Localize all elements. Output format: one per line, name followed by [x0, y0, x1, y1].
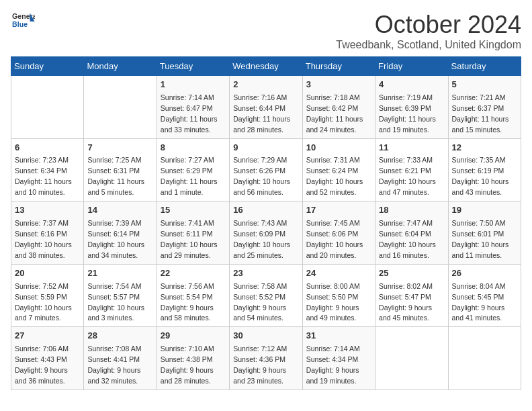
svg-text:Blue: Blue	[12, 20, 28, 28]
day-number: 5	[452, 79, 517, 91]
calendar-cell: 22Sunrise: 7:56 AM Sunset: 5:54 PM Dayli…	[157, 264, 229, 327]
day-info: Sunrise: 7:23 AM Sunset: 6:34 PM Dayligh…	[15, 156, 72, 196]
day-number: 1	[161, 79, 226, 91]
calendar-cell: 25Sunrise: 8:02 AM Sunset: 5:47 PM Dayli…	[375, 264, 448, 327]
title-block: October 2024 Tweedbank, Scotland, United…	[336, 11, 521, 51]
day-info: Sunrise: 7:39 AM Sunset: 6:14 PM Dayligh…	[87, 219, 144, 259]
day-info: Sunrise: 7:58 AM Sunset: 5:52 PM Dayligh…	[233, 282, 287, 322]
calendar-cell: 6Sunrise: 7:23 AM Sunset: 6:34 PM Daylig…	[11, 138, 84, 201]
day-number: 26	[452, 267, 517, 280]
calendar-cell: 16Sunrise: 7:43 AM Sunset: 6:09 PM Dayli…	[230, 201, 302, 265]
calendar-cell: 15Sunrise: 7:41 AM Sunset: 6:11 PM Dayli…	[157, 201, 229, 265]
day-number: 14	[87, 204, 152, 217]
day-number: 16	[233, 204, 298, 217]
calendar-table: SundayMondayTuesdayWednesdayThursdayFrid…	[11, 56, 521, 390]
day-number: 3	[306, 79, 371, 91]
calendar-cell: 19Sunrise: 7:50 AM Sunset: 6:01 PM Dayli…	[448, 201, 521, 265]
day-info: Sunrise: 7:54 AM Sunset: 5:57 PM Dayligh…	[87, 282, 144, 322]
day-number: 7	[87, 142, 152, 154]
day-number: 11	[379, 142, 444, 154]
month-title: October 2024	[336, 11, 521, 39]
calendar-cell: 11Sunrise: 7:33 AM Sunset: 6:21 PM Dayli…	[375, 138, 448, 201]
page-header: General Blue October 2024 Tweedbank, Sco…	[11, 11, 521, 51]
day-number: 9	[233, 142, 298, 154]
day-number: 30	[233, 330, 298, 342]
day-number: 29	[161, 330, 226, 342]
calendar-cell: 9Sunrise: 7:29 AM Sunset: 6:26 PM Daylig…	[230, 138, 302, 201]
logo: General Blue	[11, 11, 35, 31]
day-number: 24	[306, 267, 371, 280]
day-info: Sunrise: 8:04 AM Sunset: 5:45 PM Dayligh…	[452, 282, 506, 322]
day-number: 2	[233, 79, 298, 91]
day-info: Sunrise: 7:41 AM Sunset: 6:11 PM Dayligh…	[161, 219, 218, 259]
calendar-cell: 17Sunrise: 7:45 AM Sunset: 6:06 PM Dayli…	[302, 201, 375, 265]
day-number: 22	[161, 267, 226, 280]
day-info: Sunrise: 7:06 AM Sunset: 4:43 PM Dayligh…	[15, 345, 69, 385]
calendar-cell: 28Sunrise: 7:08 AM Sunset: 4:41 PM Dayli…	[84, 327, 157, 390]
day-info: Sunrise: 7:10 AM Sunset: 4:38 PM Dayligh…	[161, 345, 214, 385]
column-header-monday: Monday	[84, 57, 157, 76]
calendar-cell	[448, 327, 521, 390]
calendar-cell: 7Sunrise: 7:25 AM Sunset: 6:31 PM Daylig…	[84, 138, 157, 201]
day-number: 18	[379, 204, 444, 217]
day-number: 4	[379, 79, 444, 91]
column-header-wednesday: Wednesday	[230, 57, 302, 76]
calendar-cell	[84, 76, 157, 139]
day-info: Sunrise: 7:56 AM Sunset: 5:54 PM Dayligh…	[161, 282, 214, 322]
calendar-cell: 23Sunrise: 7:58 AM Sunset: 5:52 PM Dayli…	[230, 264, 302, 327]
calendar-cell: 8Sunrise: 7:27 AM Sunset: 6:29 PM Daylig…	[157, 138, 229, 201]
day-info: Sunrise: 7:12 AM Sunset: 4:36 PM Dayligh…	[233, 345, 287, 385]
calendar-cell: 21Sunrise: 7:54 AM Sunset: 5:57 PM Dayli…	[84, 264, 157, 327]
location-subtitle: Tweedbank, Scotland, United Kingdom	[336, 39, 521, 51]
calendar-cell: 2Sunrise: 7:16 AM Sunset: 6:44 PM Daylig…	[230, 76, 302, 139]
calendar-cell: 4Sunrise: 7:19 AM Sunset: 6:39 PM Daylig…	[375, 76, 448, 139]
day-number: 27	[15, 330, 80, 342]
day-info: Sunrise: 7:18 AM Sunset: 6:42 PM Dayligh…	[306, 93, 363, 134]
calendar-cell	[375, 327, 448, 390]
day-info: Sunrise: 7:08 AM Sunset: 4:41 PM Dayligh…	[87, 345, 141, 385]
day-number: 8	[161, 142, 226, 154]
day-info: Sunrise: 7:31 AM Sunset: 6:24 PM Dayligh…	[306, 156, 363, 196]
calendar-cell: 27Sunrise: 7:06 AM Sunset: 4:43 PM Dayli…	[11, 327, 84, 390]
day-info: Sunrise: 7:47 AM Sunset: 6:04 PM Dayligh…	[379, 219, 436, 259]
day-info: Sunrise: 7:14 AM Sunset: 6:47 PM Dayligh…	[161, 93, 218, 134]
day-number: 21	[87, 267, 152, 280]
day-info: Sunrise: 8:02 AM Sunset: 5:47 PM Dayligh…	[379, 282, 433, 322]
day-info: Sunrise: 7:33 AM Sunset: 6:21 PM Dayligh…	[379, 156, 436, 196]
day-info: Sunrise: 7:35 AM Sunset: 6:19 PM Dayligh…	[452, 156, 509, 196]
calendar-cell: 31Sunrise: 7:14 AM Sunset: 4:34 PM Dayli…	[302, 327, 375, 390]
day-number: 23	[233, 267, 298, 280]
day-info: Sunrise: 7:16 AM Sunset: 6:44 PM Dayligh…	[233, 93, 290, 134]
day-number: 31	[306, 330, 371, 342]
day-info: Sunrise: 7:25 AM Sunset: 6:31 PM Dayligh…	[87, 156, 144, 196]
day-number: 25	[379, 267, 444, 280]
calendar-cell: 24Sunrise: 8:00 AM Sunset: 5:50 PM Dayli…	[302, 264, 375, 327]
calendar-cell	[11, 76, 84, 139]
day-number: 28	[87, 330, 152, 342]
day-number: 12	[452, 142, 517, 154]
day-info: Sunrise: 8:00 AM Sunset: 5:50 PM Dayligh…	[306, 282, 360, 322]
calendar-cell: 3Sunrise: 7:18 AM Sunset: 6:42 PM Daylig…	[302, 76, 375, 139]
calendar-cell: 20Sunrise: 7:52 AM Sunset: 5:59 PM Dayli…	[11, 264, 84, 327]
day-info: Sunrise: 7:50 AM Sunset: 6:01 PM Dayligh…	[452, 219, 509, 259]
day-info: Sunrise: 7:37 AM Sunset: 6:16 PM Dayligh…	[15, 219, 72, 259]
day-number: 15	[161, 204, 226, 217]
calendar-cell: 14Sunrise: 7:39 AM Sunset: 6:14 PM Dayli…	[84, 201, 157, 265]
day-info: Sunrise: 7:21 AM Sunset: 6:37 PM Dayligh…	[452, 93, 509, 134]
calendar-cell: 13Sunrise: 7:37 AM Sunset: 6:16 PM Dayli…	[11, 201, 84, 265]
column-header-tuesday: Tuesday	[157, 57, 229, 76]
day-info: Sunrise: 7:52 AM Sunset: 5:59 PM Dayligh…	[15, 282, 72, 322]
day-info: Sunrise: 7:19 AM Sunset: 6:39 PM Dayligh…	[379, 93, 436, 134]
day-number: 17	[306, 204, 371, 217]
day-info: Sunrise: 7:43 AM Sunset: 6:09 PM Dayligh…	[233, 219, 290, 259]
day-info: Sunrise: 7:27 AM Sunset: 6:29 PM Dayligh…	[161, 156, 218, 196]
calendar-cell: 18Sunrise: 7:47 AM Sunset: 6:04 PM Dayli…	[375, 201, 448, 265]
day-info: Sunrise: 7:45 AM Sunset: 6:06 PM Dayligh…	[306, 219, 363, 259]
day-info: Sunrise: 7:14 AM Sunset: 4:34 PM Dayligh…	[306, 345, 360, 385]
calendar-cell: 10Sunrise: 7:31 AM Sunset: 6:24 PM Dayli…	[302, 138, 375, 201]
calendar-cell: 12Sunrise: 7:35 AM Sunset: 6:19 PM Dayli…	[448, 138, 521, 201]
calendar-cell: 5Sunrise: 7:21 AM Sunset: 6:37 PM Daylig…	[448, 76, 521, 139]
day-info: Sunrise: 7:29 AM Sunset: 6:26 PM Dayligh…	[233, 156, 290, 196]
column-header-sunday: Sunday	[11, 57, 84, 76]
column-header-friday: Friday	[375, 57, 448, 76]
